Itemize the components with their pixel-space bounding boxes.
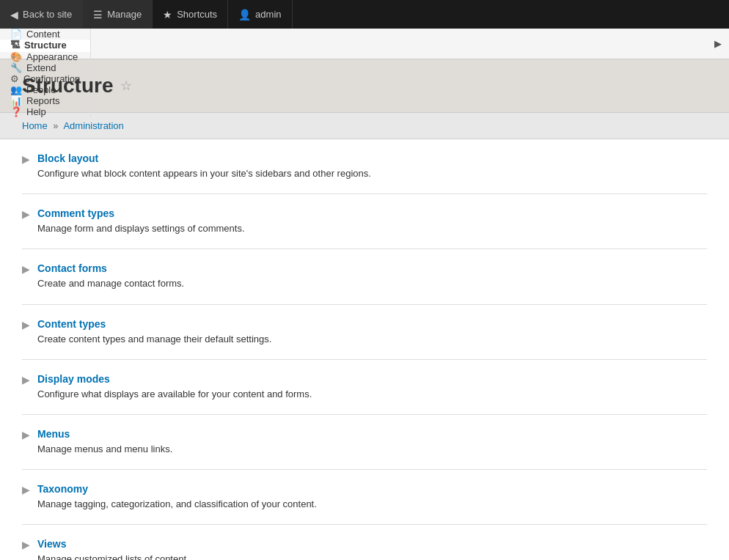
configuration-tab-icon: ⚙	[10, 73, 19, 84]
chevron-right-icon: ▶	[22, 208, 30, 220]
section-desc-block-layout: Configure what block content appears in …	[37, 168, 371, 179]
manage-icon: ☰	[93, 9, 103, 21]
reports-tab-icon: 📊	[10, 95, 22, 106]
appearance-tab-label: Appearance	[26, 51, 78, 62]
nav-tab-help[interactable]: ❓Help	[0, 106, 91, 117]
section-item-taxonomy: ▶ Taxonomy Manage tagging, categorizatio…	[22, 470, 707, 525]
nav-collapse-button[interactable]: ▶	[707, 29, 729, 59]
help-tab-label: Help	[26, 106, 46, 117]
people-tab-icon: 👥	[10, 84, 22, 95]
section-item-content-views: Views Manage customized lists of content…	[37, 538, 707, 560]
star-icon: ★	[163, 9, 172, 21]
chevron-right-icon: ▶	[22, 429, 30, 441]
nav-tab-content[interactable]: 📄Content	[0, 29, 91, 40]
shortcuts-label: Shortcuts	[177, 9, 217, 20]
chevron-right-icon: ▶	[22, 263, 30, 275]
section-item-views: ▶ Views Manage customized lists of conte…	[22, 525, 707, 560]
page-title: Structure	[22, 74, 113, 97]
chevron-right-icon: ▶	[22, 539, 30, 550]
section-item-content-content-types: Content types Create content types and m…	[37, 318, 707, 346]
manage-link[interactable]: ☰ Manage	[83, 0, 153, 29]
section-desc-taxonomy: Manage tagging, categorization, and clas…	[37, 498, 317, 509]
structure-tab-label: Structure	[24, 40, 67, 51]
section-title-comment-types[interactable]: Comment types	[37, 207, 707, 219]
section-desc-views: Manage customized lists of content.	[37, 553, 189, 560]
structure-tab-icon: 🏗	[10, 40, 20, 51]
section-item-menus: ▶ Menus Manage menus and menu links.	[22, 415, 707, 470]
section-item-content-taxonomy: Taxonomy Manage tagging, categorization,…	[37, 483, 707, 511]
section-item-content-comment-types: Comment types Manage form and displays s…	[37, 207, 707, 235]
page-header: Structure ☆	[0, 59, 729, 113]
nav-tab-extend[interactable]: 🔧Extend	[0, 62, 91, 73]
section-title-views[interactable]: Views	[37, 538, 707, 550]
section-desc-comment-types: Manage form and displays settings of com…	[37, 223, 245, 234]
chevron-right-icon: ▶	[22, 374, 30, 386]
section-desc-content-types: Create content types and manage their de…	[37, 334, 271, 345]
nav-tab-structure[interactable]: 🏗Structure	[0, 40, 91, 52]
manage-label: Manage	[107, 9, 142, 20]
section-item-content-contact-forms: Contact forms Create and manage contact …	[37, 262, 707, 290]
chevron-right-icon: ▶	[22, 319, 30, 331]
content-area: ▶ Block layout Configure what block cont…	[0, 139, 729, 560]
back-arrow-icon: ◀	[10, 9, 18, 21]
section-title-display-modes[interactable]: Display modes	[37, 373, 707, 385]
nav-tabs-container: 📄Content🏗Structure🎨Appearance🔧Extend⚙Con…	[0, 29, 91, 59]
section-title-menus[interactable]: Menus	[37, 428, 707, 440]
secondary-nav: 📄Content🏗Structure🎨Appearance🔧Extend⚙Con…	[0, 29, 729, 59]
back-to-site-label: Back to site	[23, 9, 72, 20]
extend-tab-icon: 🔧	[10, 62, 22, 73]
help-tab-icon: ❓	[10, 106, 22, 117]
section-title-block-layout[interactable]: Block layout	[37, 152, 707, 164]
user-icon: 👤	[238, 9, 251, 21]
nav-tab-appearance[interactable]: 🎨Appearance	[0, 51, 91, 62]
main-content: Structure ☆ Home » Administration ▶ Bloc…	[0, 59, 729, 560]
breadcrumb: Home » Administration	[0, 113, 729, 139]
favorite-star-icon[interactable]: ☆	[120, 78, 132, 94]
admin-label: admin	[255, 9, 281, 20]
section-item-block-layout: ▶ Block layout Configure what block cont…	[22, 139, 707, 194]
section-desc-contact-forms: Create and manage contact forms.	[37, 278, 184, 289]
content-tab-icon: 📄	[10, 29, 22, 40]
page-title-row: Structure ☆	[22, 74, 707, 97]
section-item-content-types: ▶ Content types Create content types and…	[22, 305, 707, 360]
section-desc-menus: Manage menus and menu links.	[37, 443, 172, 454]
section-item-comment-types: ▶ Comment types Manage form and displays…	[22, 194, 707, 249]
chevron-right-icon: ▶	[22, 484, 30, 495]
chevron-right-icon: ▶	[22, 153, 30, 165]
section-title-contact-forms[interactable]: Contact forms	[37, 262, 707, 274]
admin-bar: ◀ Back to site ☰ Manage ★ Shortcuts 👤 ad…	[0, 0, 729, 29]
section-item-display-modes: ▶ Display modes Configure what displays …	[22, 360, 707, 415]
sections-list: ▶ Block layout Configure what block cont…	[22, 139, 707, 560]
content-tab-label: Content	[26, 29, 60, 40]
section-desc-display-modes: Configure what displays are available fo…	[37, 388, 312, 399]
breadcrumb-separator: »	[53, 120, 58, 131]
back-to-site-link[interactable]: ◀ Back to site	[0, 0, 83, 29]
shortcuts-link[interactable]: ★ Shortcuts	[153, 0, 228, 29]
section-title-taxonomy[interactable]: Taxonomy	[37, 483, 707, 495]
section-item-content-block-layout: Block layout Configure what block conten…	[37, 152, 707, 180]
section-title-content-types[interactable]: Content types	[37, 318, 707, 330]
appearance-tab-icon: 🎨	[10, 51, 22, 62]
breadcrumb-home-link[interactable]: Home	[22, 120, 48, 131]
breadcrumb-admin-link[interactable]: Administration	[63, 120, 123, 131]
extend-tab-label: Extend	[26, 62, 56, 73]
section-item-content-menus: Menus Manage menus and menu links.	[37, 428, 707, 456]
section-item-contact-forms: ▶ Contact forms Create and manage contac…	[22, 249, 707, 304]
admin-user-link[interactable]: 👤 admin	[228, 0, 292, 29]
section-item-content-display-modes: Display modes Configure what displays ar…	[37, 373, 707, 401]
